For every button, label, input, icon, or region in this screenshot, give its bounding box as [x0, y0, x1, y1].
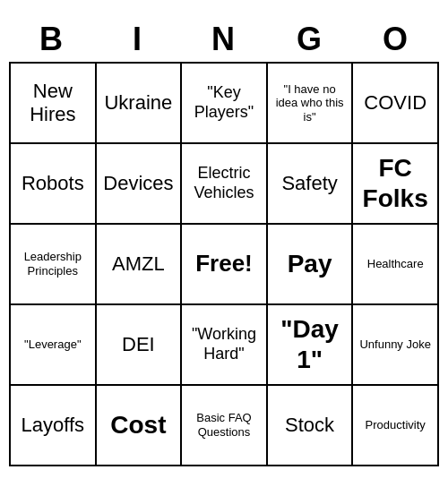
cell-text-5: Robots	[22, 172, 84, 195]
bingo-cell-23: Stock	[268, 386, 354, 466]
cell-text-14: Healthcare	[367, 257, 424, 271]
cell-text-2: "Key Players"	[185, 83, 263, 122]
bingo-cell-4: COVID	[353, 64, 439, 144]
bingo-cell-17: "Working Hard"	[182, 305, 268, 386]
cell-text-17: "Working Hard"	[185, 325, 263, 363]
bingo-cell-2: "Key Players"	[182, 64, 268, 144]
cell-text-0: New Hires	[14, 80, 91, 127]
bingo-cell-16: DEI	[97, 305, 183, 386]
bingo-card: BINGO New HiresUkraine"Key Players""I ha…	[9, 21, 439, 466]
cell-text-15: "Leverage"	[24, 337, 81, 352]
bingo-cell-0: New Hires	[11, 64, 97, 144]
bingo-cell-10: Leadership Principles	[11, 225, 97, 305]
cell-text-21: Cost	[110, 410, 166, 440]
cell-text-22: Basic FAQ Questions	[185, 411, 263, 439]
bingo-cell-13: Pay	[268, 225, 354, 305]
bingo-cell-21: Cost	[97, 386, 183, 466]
cell-text-12: Free!	[195, 250, 253, 278]
bingo-cell-3: "I have no idea who this is"	[268, 64, 354, 144]
bingo-cell-15: "Leverage"	[11, 305, 97, 386]
bingo-cell-19: Unfunny Joke	[353, 305, 439, 386]
cell-text-3: "I have no idea who this is"	[271, 82, 349, 124]
cell-text-13: Pay	[288, 249, 332, 279]
bingo-cell-20: Layoffs	[11, 386, 97, 466]
bingo-cell-9: FC Folks	[353, 144, 439, 225]
bingo-cell-14: Healthcare	[353, 225, 439, 305]
header-letter-N: N	[183, 21, 265, 58]
bingo-cell-11: AMZL	[97, 225, 183, 305]
cell-text-10: Leadership Principles	[14, 250, 91, 278]
bingo-cell-5: Robots	[11, 144, 97, 225]
header-letter-B: B	[11, 21, 93, 58]
cell-text-24: Productivity	[366, 418, 426, 432]
bingo-cell-18: "Day 1"	[268, 305, 354, 386]
bingo-cell-12: Free!	[182, 225, 268, 305]
cell-text-6: Devices	[103, 172, 173, 195]
bingo-grid: New HiresUkraine"Key Players""I have no …	[9, 62, 439, 466]
cell-text-7: Electric Vehicles	[185, 164, 263, 202]
bingo-cell-22: Basic FAQ Questions	[182, 386, 268, 466]
cell-text-9: FC Folks	[357, 153, 434, 213]
bingo-header: BINGO	[9, 21, 439, 58]
cell-text-18: "Day 1"	[271, 314, 349, 374]
cell-text-4: COVID	[364, 91, 426, 115]
cell-text-20: Layoffs	[22, 414, 85, 437]
cell-text-1: Ukraine	[104, 91, 172, 115]
bingo-cell-7: Electric Vehicles	[182, 144, 268, 225]
cell-text-19: Unfunny Joke	[359, 337, 431, 352]
cell-text-11: AMZL	[112, 252, 165, 276]
bingo-cell-8: Safety	[268, 144, 354, 225]
header-letter-I: I	[97, 21, 179, 58]
cell-text-8: Safety	[281, 172, 337, 195]
cell-text-23: Stock	[285, 414, 334, 437]
bingo-cell-6: Devices	[97, 144, 183, 225]
header-letter-G: G	[269, 21, 351, 58]
header-letter-O: O	[355, 21, 437, 58]
bingo-cell-24: Productivity	[353, 386, 439, 466]
bingo-cell-1: Ukraine	[97, 64, 183, 144]
cell-text-16: DEI	[122, 333, 155, 356]
